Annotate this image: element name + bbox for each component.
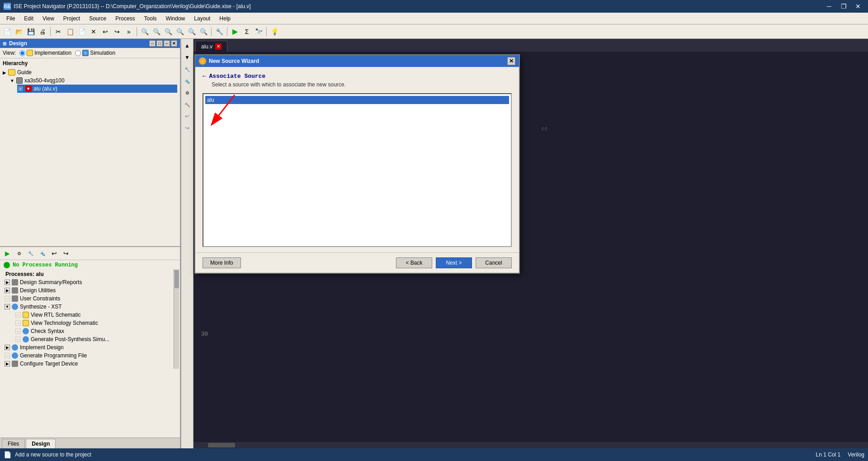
tree-expand-chip[interactable]: ▼: [10, 78, 14, 83]
process-item-rtl[interactable]: ─ View RTL Schematic: [14, 311, 173, 319]
expand-tech[interactable]: ─: [15, 320, 21, 326]
menu-window[interactable]: Window: [161, 14, 190, 23]
save-btn[interactable]: 💾: [25, 26, 36, 37]
process-item-design-utils[interactable]: ▶ Design Utilities: [3, 286, 173, 295]
source-list-box[interactable]: alu: [203, 93, 512, 247]
search-btn[interactable]: 🔍: [139, 26, 150, 37]
modal-close-btn[interactable]: ✕: [507, 57, 515, 65]
paste-btn[interactable]: 📄: [76, 26, 87, 37]
search6-btn[interactable]: 🔍: [198, 26, 209, 37]
search5-btn[interactable]: 🔍: [186, 26, 197, 37]
expand-configure[interactable]: ▶: [5, 361, 10, 366]
vsb-back-btn[interactable]: ↩: [182, 111, 192, 121]
process-gear-btn[interactable]: ⚙: [14, 248, 24, 259]
process-item-gen-prog[interactable]: ─ Generate Programming File: [3, 352, 173, 360]
cut-btn[interactable]: ✂: [53, 26, 64, 37]
expand-rtl[interactable]: ─: [15, 312, 21, 318]
expand-gen-prog[interactable]: ─: [5, 353, 10, 358]
app-restore-btn[interactable]: ❐: [837, 2, 850, 11]
process-item-check-syntax[interactable]: ─ Check Syntax: [14, 327, 173, 335]
search2-btn[interactable]: 🔍: [151, 26, 162, 37]
design-panel-resize-btn[interactable]: ↔: [149, 40, 156, 47]
menu-edit[interactable]: Edit: [19, 14, 38, 23]
new-file-btn[interactable]: 📄: [2, 26, 13, 37]
impl-radio-option[interactable]: Implementation: [19, 50, 71, 56]
tree-item-chip[interactable]: ▼ xa3s50-4vqg100: [10, 76, 177, 85]
delete-btn[interactable]: ✕: [88, 26, 99, 37]
tab-close-alu[interactable]: ✕: [215, 43, 222, 50]
menu-file[interactable]: File: [2, 14, 19, 23]
vsb-fwd-btn[interactable]: ↪: [182, 123, 192, 133]
print-btn[interactable]: 🖨: [37, 26, 48, 37]
sim-radio[interactable]: [75, 50, 81, 56]
expand-check-syntax[interactable]: ─: [15, 328, 21, 334]
undo-btn[interactable]: ↩: [100, 26, 111, 37]
editor-tab-alu[interactable]: alu.v ✕: [195, 41, 227, 52]
h-scrollbar[interactable]: [193, 442, 868, 448]
stop-btn[interactable]: Σ: [241, 26, 252, 37]
tree-item-alu[interactable]: V ■ alu (alu.v): [17, 85, 177, 93]
process-tools-btn[interactable]: 🔧: [25, 248, 36, 259]
vsb-up-btn[interactable]: ▲: [182, 41, 192, 51]
process-item-implement[interactable]: ▶ Implement Design: [3, 343, 173, 352]
process-back-btn[interactable]: ↩: [49, 248, 60, 259]
process-item-tech[interactable]: ─ View Technology Schematic: [14, 319, 173, 327]
process-run-btn[interactable]: ▶: [2, 248, 13, 259]
process-wrench-btn[interactable]: 🔩: [37, 248, 48, 259]
vsb-tool1-btn[interactable]: 🔧: [182, 64, 192, 74]
process-item-gen-sim[interactable]: ─ Generate Post-Synthesis Simu...: [14, 335, 173, 343]
app-minimize-btn[interactable]: ─: [823, 2, 835, 11]
menu-layout[interactable]: Layout: [189, 14, 215, 23]
expand-gen-sim[interactable]: ─: [15, 337, 21, 342]
tab-files[interactable]: Files: [2, 439, 25, 448]
copy-btn[interactable]: 📋: [65, 26, 75, 37]
menu-tools[interactable]: Tools: [140, 14, 161, 23]
h-scrollbar-thumb[interactable]: [208, 443, 235, 447]
process-item-configure[interactable]: ▶ Configure Target Device: [3, 360, 173, 368]
vsb-tool3-btn[interactable]: ⚙: [182, 88, 192, 98]
process-fwd-btn[interactable]: ↪: [61, 248, 71, 259]
vsb-tool4-btn[interactable]: 🔨: [182, 100, 192, 109]
expand-user-constraints[interactable]: ─: [5, 296, 10, 301]
tree-expand-guide[interactable]: ▶: [3, 70, 6, 75]
tree-item-guide[interactable]: ▶ Guide: [3, 68, 177, 76]
expand-design-utils[interactable]: ▶: [5, 288, 10, 293]
process-item-design-summary[interactable]: ▶ Design Summary/Reports: [3, 278, 173, 286]
processes-label: Processes: alu: [3, 270, 173, 278]
cancel-btn[interactable]: Cancel: [476, 257, 512, 268]
search4-btn[interactable]: 🔍: [175, 26, 185, 37]
expand-synthesize[interactable]: ▼: [5, 304, 10, 309]
impl-radio[interactable]: [19, 50, 25, 56]
tab-design[interactable]: Design: [26, 439, 56, 448]
design-panel-close-btn[interactable]: ✕: [171, 40, 177, 47]
process-item-user-constraints[interactable]: ─ User Constraints: [3, 295, 173, 303]
app-close-btn[interactable]: ✕: [852, 2, 864, 11]
menu-view[interactable]: View: [38, 14, 59, 23]
open-btn[interactable]: 📂: [14, 26, 24, 37]
settings-btn[interactable]: 🔧: [214, 26, 225, 37]
vsb-down-btn[interactable]: ▼: [182, 52, 192, 62]
expand-implement[interactable]: ▶: [5, 345, 10, 350]
design-panel-float-btn[interactable]: □: [156, 40, 163, 47]
menu-process[interactable]: Process: [111, 14, 139, 23]
sim-radio-option[interactable]: S Simulation: [75, 50, 115, 56]
info-btn[interactable]: 💡: [269, 26, 280, 37]
process-item-synthesize[interactable]: ▼ Synthesize - XST: [3, 303, 173, 311]
menu-help[interactable]: Help: [215, 14, 235, 23]
redo-btn[interactable]: ↪: [112, 26, 123, 37]
more-btn[interactable]: »: [123, 26, 134, 37]
expand-design-summary[interactable]: ▶: [5, 280, 10, 285]
back-btn[interactable]: < Back: [396, 257, 432, 268]
design-panel-minimize-btn[interactable]: ─: [164, 40, 170, 47]
label-design-utils: Design Utilities: [20, 287, 56, 294]
more-info-btn[interactable]: More Info: [203, 257, 241, 268]
run-btn[interactable]: ▶: [230, 26, 241, 37]
back-arrow-icon[interactable]: ←: [203, 72, 206, 80]
source-list-item-alu[interactable]: alu: [205, 96, 509, 104]
debug-btn[interactable]: 🔭: [253, 26, 264, 37]
next-btn[interactable]: Next >: [436, 257, 472, 268]
menu-source[interactable]: Source: [85, 14, 111, 23]
search3-btn[interactable]: 🔍: [163, 26, 174, 37]
menu-project[interactable]: Project: [59, 14, 85, 23]
vsb-tool2-btn[interactable]: 🔩: [182, 76, 192, 86]
